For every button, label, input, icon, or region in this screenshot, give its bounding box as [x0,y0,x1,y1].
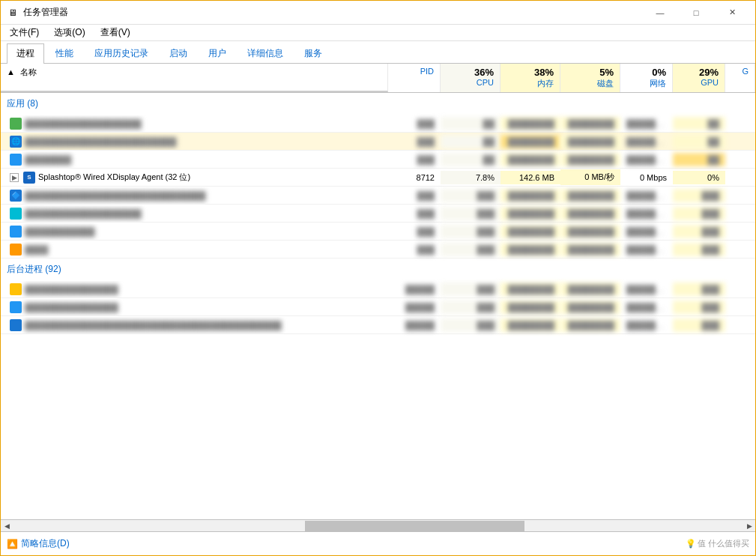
process-cpu: ███ [441,189,501,202]
col-header-network[interactable]: 0% 网络 [620,64,673,92]
chevron-up-icon: 🔼 [7,539,18,549]
col-header-pid[interactable]: PID [388,64,441,92]
col-header-memory[interactable]: 38% 内存 [501,64,560,92]
scroll-track[interactable] [13,520,743,531]
col-header-gpu[interactable]: 29% GPU [673,64,725,92]
col-header-cpu[interactable]: 36% CPU [441,64,501,92]
process-pid: ███ [388,135,441,148]
table-row[interactable]: ████████████████████ ███ ███ ████████ ██… [1,205,755,223]
process-icon [10,301,22,313]
process-disk: ████████ [560,318,620,332]
process-gpu: ███ [673,225,725,238]
col-gpu-pct: 29% [699,67,719,78]
process-name-cell: ████████████████ [1,281,388,297]
process-gpu: ███ [673,243,725,256]
table-row[interactable]: ████████ ███ ██ ████████ ████████ ██████… [1,151,755,169]
process-disk: ████████ [560,207,620,220]
process-gpu: ██ [673,135,725,148]
expand-icon[interactable]: ▶ [10,173,19,182]
summary-toggle[interactable]: 🔼 简略信息(D) [7,537,70,550]
table-header: ▲ 名称 PID 36% CPU 38% 内存 5% 磁盘 0% 网络 [1,64,755,93]
process-name: Splashtop® Wired XDisplay Agent (32 位) [38,172,190,183]
process-cpu: ███ [441,225,501,238]
tab-processes[interactable]: 进程 [7,43,44,64]
process-disk: ████████ [560,135,620,148]
table-row[interactable]: ████████████ ███ ███ ████████ ████████ █… [1,223,755,241]
scroll-left-button[interactable]: ◀ [1,520,13,532]
process-gpu-engine [725,175,755,180]
process-gpu: ███ [673,318,725,332]
tab-users[interactable]: 用户 [199,43,236,64]
process-name: ████████████████████ [25,119,142,128]
title-bar-buttons: — □ ✕ [643,1,749,25]
process-cpu: ██ [441,117,501,130]
process-icon [10,208,22,220]
process-icon: 🌐 [10,136,22,148]
menu-options[interactable]: 选项(O) [48,25,91,40]
process-gpu-engine [725,323,755,327]
process-pid: ███ [388,117,441,130]
menu-view[interactable]: 查看(V) [94,25,136,40]
process-network: ████████ [620,189,673,202]
horizontal-scrollbar[interactable]: ◀ ▶ [1,519,755,531]
task-manager-window: 🖥 任务管理器 — □ ✕ 文件(F) 选项(O) 查看(V) 进程 性能 应用… [0,0,756,556]
tab-bar: 进程 性能 应用历史记录 启动 用户 详细信息 服务 [1,41,755,64]
close-button[interactable]: ✕ [715,1,749,25]
tab-performance[interactable]: 性能 [46,43,83,64]
process-cpu: ███ [441,300,501,314]
table-row[interactable]: ████ ███ ███ ████████ ████████ ████████ … [1,241,755,259]
process-name-cell: ▶ S Splashtop® Wired XDisplay Agent (32 … [1,169,388,186]
process-memory: ████████ [501,300,560,314]
col-header-gpu-engine[interactable]: G [725,64,755,92]
process-disk: 0 MB/秒 [560,169,620,185]
process-pid: █████ [388,318,441,332]
process-network: ████████ [620,243,673,256]
table-row[interactable]: 🌐 ██████████████████████████ ███ ██ ████… [1,133,755,151]
process-network: 0 Mbps [620,171,673,184]
process-memory: ████████ [501,117,560,130]
process-icon [10,244,22,256]
section-apps-header[interactable]: 应用 (8) [1,93,755,115]
table-row[interactable]: ████████████████████████████████████████… [1,316,755,334]
tab-services[interactable]: 服务 [294,43,332,64]
process-gpu-engine [725,287,755,291]
table-row[interactable]: ████████████████ █████ ███ ████████ ████… [1,280,755,298]
tab-startup[interactable]: 启动 [160,43,197,64]
process-cpu: ███ [441,282,501,296]
col-pid-label: PID [394,67,434,76]
scroll-right-button[interactable]: ▶ [743,520,755,532]
process-memory: ████████ [501,318,560,332]
scroll-thumb[interactable] [305,521,524,531]
process-disk: ████████ [560,153,620,166]
table-row[interactable]: ▶ S Splashtop® Wired XDisplay Agent (32 … [1,169,755,187]
table-row[interactable]: ████████████████████ ███ ██ ████████ ███… [1,115,755,133]
process-pid: ███ [388,243,441,256]
col-header-name[interactable]: ▲ 名称 [1,64,388,92]
process-name: ████████████████████████████████████████… [25,321,282,330]
table-row[interactable]: ████████████████ █████ ███ ████████ ████… [1,298,755,316]
process-gpu: ███ [673,300,725,314]
section-background-header[interactable]: 后台进程 (92) [1,259,755,280]
process-network: ████████ [620,300,673,314]
process-icon [10,319,22,331]
process-name-cell: ████████ [1,151,388,168]
col-header-disk[interactable]: 5% 磁盘 [560,64,620,92]
process-memory: ████████ [501,135,560,148]
col-disk-label: 磁盘 [566,78,614,89]
process-icon [10,118,22,130]
minimize-button[interactable]: — [643,1,677,25]
table-row[interactable]: 🔷 ███████████████████████████████ ███ ██… [1,187,755,205]
process-gpu: ██ [673,117,725,130]
tab-details[interactable]: 详细信息 [238,43,293,64]
process-network: ████████ [620,225,673,238]
status-bar: 🔼 简略信息(D) 💡 值 什么值得买 [1,531,755,555]
tab-app-history[interactable]: 应用历史记录 [85,43,158,64]
table-body[interactable]: 应用 (8) ████████████████████ ███ ██ █████… [1,93,755,519]
process-icon [10,154,22,166]
maximize-button[interactable]: □ [679,1,713,25]
status-right: 💡 值 什么值得买 [686,538,749,549]
app-icon: 🖥 [7,7,19,19]
watermark-label: 值 什么值得买 [698,538,749,549]
process-gpu-engine [725,229,755,234]
menu-file[interactable]: 文件(F) [4,25,45,40]
